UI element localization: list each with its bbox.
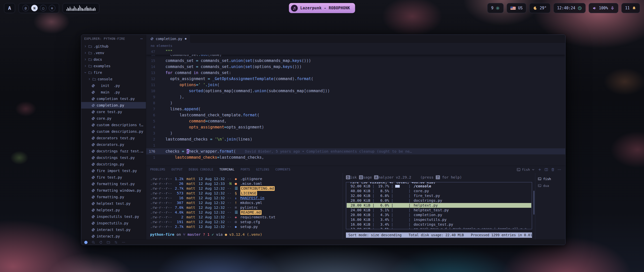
tree-item-docstrings_test.py[interactable]: docstrings_test.py — [81, 154, 146, 161]
file-name[interactable]: CONTRIBUTING.md — [240, 186, 275, 191]
tree-item-decorators_test.py[interactable]: decorators_test.py — [81, 135, 146, 141]
file-date: 12 Aug 12:32 — [198, 196, 227, 200]
tree-item-helptext.py[interactable]: helptext.py — [81, 207, 146, 213]
now-playing-widget[interactable]: Lazerpunk - ROBOPHONK — [289, 3, 355, 13]
tree-item-docstrings.py[interactable]: docstrings.py — [81, 161, 146, 167]
terminal-tab-dua[interactable]: dua — [538, 183, 565, 188]
workspace-indicator-2[interactable]: N — [31, 5, 38, 11]
file-name[interactable]: requirements.txt — [240, 215, 275, 220]
tree-item-decorators.py[interactable]: decorators.py — [81, 141, 146, 148]
panel-tab-terminal[interactable]: TERMINAL — [219, 168, 234, 171]
file-name[interactable]: setup.py — [240, 224, 258, 229]
file-name[interactable]: .gitignore — [240, 177, 262, 181]
weather-widget[interactable]: 29° — [529, 3, 550, 13]
terminal-pane[interactable]: .rw-r--r--1.2kmatt12 Aug 12:32--◆.gitign… — [146, 173, 341, 240]
sync-icon[interactable] — [99, 241, 103, 244]
line-number: 5 — [146, 118, 161, 124]
tree-item-fire[interactable]: fire — [81, 69, 146, 76]
tree-item-custom_descriptions.py[interactable]: custom_descriptions.py — [81, 128, 146, 135]
tree-item-interact_test.py[interactable]: interact_test.py — [81, 226, 146, 233]
tree-item-interact.py[interactable]: interact.py — [81, 233, 146, 240]
file-name[interactable]: LICENSE — [240, 191, 257, 196]
remote-indicator[interactable] — [84, 241, 88, 244]
terminal-profile-dropdown[interactable]: fish — [517, 168, 535, 172]
workspace-indicator-1[interactable]: @ — [22, 5, 29, 11]
tree-item-formatting_windows.py[interactable]: formatting_windows.py — [81, 187, 146, 194]
tree-item-formatting.py[interactable]: formatting.py — [81, 194, 146, 200]
more-icon[interactable] — [122, 241, 125, 244]
dua-row-helptext.py[interactable]: 28.00 KiB|6.0%||helptext.py — [347, 203, 531, 208]
file-name[interactable]: pylintrc — [240, 205, 258, 210]
terminal-file-row: .rw-r--r--191matt12 Aug 12:32--⚙setup.cf… — [150, 220, 341, 224]
tree-item-inspectutils_test.py[interactable]: inspectutils_test.py — [81, 213, 146, 220]
tree-item-core.py[interactable]: core.py — [81, 115, 146, 122]
file-permissions: .rw-r--r-- — [150, 186, 175, 191]
file-name[interactable]: setup.cfg — [240, 220, 260, 224]
tree-item-label: fire — [94, 71, 102, 75]
tree-item-custom_descriptions_test.py[interactable]: custom_descriptions_test.py — [81, 122, 146, 128]
volume-widget[interactable]: 100% — [589, 3, 618, 13]
python-file-icon — [150, 37, 154, 41]
dua-row-helptext_test.py[interactable]: 24.00 KiB|5.1%||helptext_test.py — [347, 208, 531, 213]
clock-widget[interactable]: 12:40:24 — [553, 3, 586, 13]
more-actions-icon[interactable]: ⋯ — [140, 36, 143, 41]
workspace-indicator-3[interactable]: ▢ — [40, 5, 47, 11]
tree-item-formatting_test.py[interactable]: formatting_test.py — [81, 181, 146, 187]
search-icon[interactable] — [92, 241, 95, 244]
kill-terminal-button[interactable] — [551, 168, 555, 172]
dua-row-docstrings.py[interactable]: 28.00 KiB|6.0%||docstrings.py — [347, 198, 531, 203]
new-terminal-button[interactable] — [538, 168, 542, 172]
code-text: command=command, — [161, 118, 226, 124]
file-name[interactable]: MANIFEST.in — [240, 196, 264, 200]
panel-tab-debug-console[interactable]: DEBUG CONSOLE — [189, 168, 213, 171]
editor[interactable]: 47 """16 commands_set.add(name)15 comman… — [146, 49, 565, 166]
tree-item-completion_test.py[interactable]: completion_test.py — [81, 95, 146, 102]
chevron-down-icon — [531, 168, 535, 172]
line-number: 7 — [146, 106, 161, 112]
tree-item-fire_import_test.py[interactable]: fire_import_test.py — [81, 167, 146, 174]
file-name[interactable]: README.md — [240, 210, 262, 215]
tree-item-inspectutils.py[interactable]: inspectutils.py — [81, 220, 146, 226]
notifications-widget[interactable]: 11 — [621, 3, 640, 13]
tab-completion-py[interactable]: completion.py ● — [146, 35, 191, 43]
tree-item-docs[interactable]: docs — [81, 56, 146, 63]
dua-row-fire_test.py[interactable]: 32.00 KiB|6.8%||fire_test.py — [347, 193, 531, 198]
workspace-indicator-4[interactable]: ≡ — [49, 5, 55, 11]
file-name[interactable]: .mise.toml — [240, 181, 262, 186]
temperature-label: 29° — [540, 6, 546, 10]
file-name[interactable]: mkdocs.yml — [240, 200, 262, 205]
panel-tab-ports[interactable]: PORTS — [240, 168, 250, 171]
panel-tab-comments[interactable]: COMMENTS — [275, 168, 291, 171]
tree-item-__main__.py[interactable]: __main__.py — [81, 89, 146, 95]
tree-item-docstrings_fuzz_test.py[interactable]: docstrings_fuzz_test.py — [81, 148, 146, 154]
dua-row-completion.py[interactable]: 20.00 KiB|4.3%||completion.py — [347, 213, 531, 217]
tree-item-.github[interactable]: .github — [81, 43, 146, 50]
panel-tab-output[interactable]: OUTPUT — [171, 168, 183, 171]
dua-row-docstrings_test.py[interactable]: 16.00 KiB|3.4%||docstrings_test.py — [347, 222, 531, 227]
tree-item-.venv[interactable]: .venv — [81, 50, 146, 56]
tree-item-core_test.py[interactable]: core_test.py — [81, 109, 146, 115]
arrows-icon[interactable] — [114, 241, 118, 244]
tree-item-examples[interactable]: examples — [81, 63, 146, 69]
tree-item-fire_test.py[interactable]: fire_test.py — [81, 174, 146, 181]
tree-item-label: decorators_test.py — [97, 136, 135, 140]
dua-row-inspectutils.py[interactable]: 16.00 KiB|3.4%||inspectutils.py — [347, 217, 531, 222]
dua-pane[interactable]: Disk Usage Analyzer v2.29.2(press ? for … — [343, 173, 535, 240]
panel-tab-problems[interactable]: PROBLEMS — [150, 168, 165, 171]
breadcrumb[interactable]: no elements — [146, 43, 565, 49]
panel-more-icon[interactable] — [557, 168, 561, 172]
folder-icon[interactable] — [107, 241, 110, 244]
tree-item-completion.py[interactable]: completion.py — [81, 102, 146, 109]
tree-item-__init__.py[interactable]: __init__.py — [81, 82, 146, 89]
keyboard-layout-widget[interactable]: US — [507, 3, 526, 13]
dua-row-core.py[interactable]: 40.00 KiB|8.5%||core.py — [347, 189, 531, 193]
terminal-tab-fish[interactable]: fish — [538, 176, 565, 182]
system-graph-widget[interactable] — [63, 3, 99, 13]
split-terminal-button[interactable] — [544, 168, 548, 172]
updates-widget[interactable]: 9 — [487, 3, 504, 13]
panel-tab-gitlens[interactable]: GITLENS — [256, 168, 269, 171]
tree-item-helptext_test.py[interactable]: helptext_test.py — [81, 200, 146, 207]
launcher-button[interactable]: A — [4, 3, 15, 13]
dua-scrollbar[interactable] — [534, 191, 534, 215]
tree-item-console[interactable]: console — [81, 76, 146, 82]
